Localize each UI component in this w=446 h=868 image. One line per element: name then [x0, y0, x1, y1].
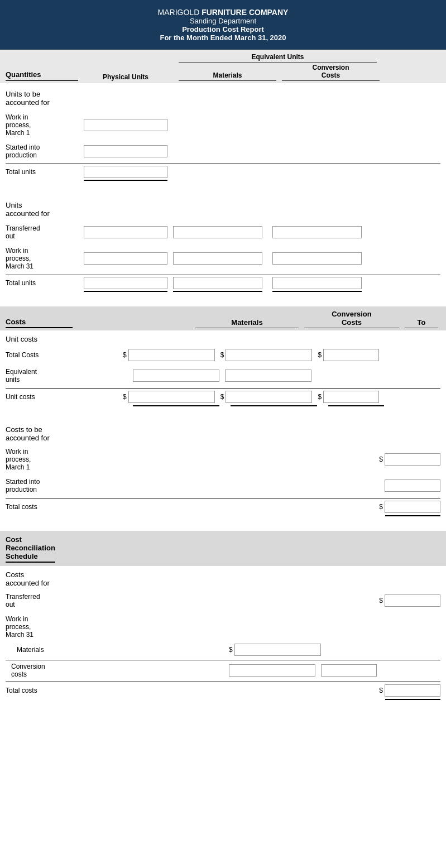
reconciliation-data-section: Costs accounted for Transferred out $ Wo… [0, 566, 446, 706]
total-costs-conv-input[interactable] [226, 349, 312, 361]
costs-to-be-label: Costs to be accounted for [6, 421, 440, 444]
recon-total-costs-row: Total costs $ [6, 682, 440, 699]
recon-conversion-mat-cell [229, 664, 315, 677]
transferred-out-label: Transferred out [6, 224, 73, 240]
costs-started-total-input[interactable] [385, 479, 440, 492]
col-costs-conversion: Conversion Costs [304, 310, 399, 328]
wip-march31-row: Work in process, March 31 [6, 243, 440, 274]
costs-wip-march1-total-input[interactable] [385, 453, 440, 466]
unit-costs-total-cell: $ [318, 391, 379, 403]
unit-costs-conv-input[interactable] [226, 391, 312, 403]
recon-materials-mat-input[interactable] [234, 644, 321, 656]
recon-materials-label: Materials [6, 646, 117, 654]
recon-transferred-label: Transferred out [6, 593, 379, 608]
total-units-row1: Total units [6, 164, 440, 180]
recon-materials-mat-cell: $ [229, 644, 321, 656]
unit-costs-conv-cell: $ [220, 391, 313, 403]
dollar-total: $ [318, 351, 322, 359]
recon-wip-march31-label: Work in process, March 31 [6, 612, 440, 641]
total-costs-label: Total Costs [6, 351, 106, 359]
costs-total-total-cell: $ [379, 501, 440, 513]
started-production-row: Started into production [6, 140, 440, 162]
wip-march1-phys-input[interactable] [84, 119, 167, 131]
recon-transferred-row: Transferred out $ [6, 589, 440, 612]
col-conversion-header: Conversion Costs [282, 64, 380, 81]
costs-total-label: Total costs [6, 503, 379, 511]
transferred-out-phys-cell [84, 226, 167, 238]
costs-wip-march1-row: Work in process, March 1 $ [6, 444, 440, 474]
started-production-phys-input[interactable] [84, 145, 167, 157]
costs-total-row: Total costs $ [6, 498, 440, 515]
wip-march31-phys-cell [84, 252, 167, 265]
recon-total-costs-total-input[interactable] [385, 684, 440, 697]
col-materials-header: Materials [179, 71, 276, 81]
transferred-out-phys-input[interactable] [84, 226, 167, 238]
col-costs-total: To [405, 318, 438, 328]
costs-started-total-cell [385, 479, 440, 492]
report-header: MARIGOLD FURNITURE COMPANY Sanding Depar… [0, 0, 446, 50]
recon-conversion-total-input[interactable] [321, 664, 377, 677]
dollar-mat: $ [123, 351, 127, 359]
costs-total-total-input[interactable] [385, 501, 440, 513]
total-units1-phys-input[interactable] [84, 166, 167, 178]
started-production-phys-cell [84, 145, 167, 157]
wip-march31-mat-cell [173, 252, 262, 265]
total-units1-label: Total units [6, 168, 73, 176]
recon-conversion-mat-input[interactable] [229, 664, 315, 677]
unit-costs-row: Unit costs $ $ $ [6, 388, 440, 405]
units-to-be-label: Units to be accounted for [6, 83, 440, 110]
unit-costs-total-input[interactable] [323, 391, 379, 403]
started-production-label: Started into production [6, 143, 73, 159]
equiv-units-conv-input[interactable] [225, 370, 311, 382]
equiv-units-cost-label: Equivalent units [6, 368, 106, 383]
col-costs-materials: Materials [195, 318, 299, 328]
equivalent-units-label: Equivalent Units [179, 53, 377, 63]
transferred-out-row: Transferred out [6, 221, 440, 243]
department-name: Sanding Department [6, 17, 440, 25]
wip-march31-conv-cell [272, 252, 362, 265]
equiv-units-mat-input[interactable] [133, 370, 219, 382]
equiv-units-row: Equivalent units [6, 365, 440, 387]
total-units2-phys-cell [84, 277, 167, 289]
quantities-data-section: Units to be accounted for Work in proces… [0, 83, 446, 295]
costs-wip-march1-label: Work in process, March 1 [6, 448, 379, 471]
wip-march31-phys-input[interactable] [84, 252, 167, 265]
unit-costs-mat-cell: $ [123, 391, 215, 403]
total-units2-phys-input[interactable] [84, 277, 167, 289]
col-costs: Costs [6, 318, 73, 328]
wip-march31-conv-input[interactable] [272, 252, 362, 265]
total-units2-mat-cell [173, 277, 262, 289]
total-costs-total-input[interactable] [323, 349, 379, 361]
unit-costs-double-underline [6, 405, 440, 410]
recon-transferred-total-input[interactable] [385, 594, 440, 607]
recon-transferred-total-cell: $ [379, 594, 440, 607]
total-units2-double-underline [6, 291, 440, 295]
total-units2-conv-input[interactable] [272, 277, 362, 289]
unit-costs-row-label: Unit costs [6, 393, 106, 401]
total-units2-conv-cell [272, 277, 362, 289]
total-units2-label: Total units [6, 279, 73, 287]
transferred-out-conv-input[interactable] [272, 226, 362, 238]
wip-march1-label: Work in process, March 1 [6, 113, 73, 137]
total-units2-mat-input[interactable] [173, 277, 262, 289]
transferred-out-mat-input[interactable] [173, 226, 262, 238]
wip-march31-mat-input[interactable] [173, 252, 262, 265]
units-accounted-label: Units accounted for [6, 194, 440, 221]
total-costs-mat-input[interactable] [128, 349, 215, 361]
costs-started-row: Started into production [6, 474, 440, 497]
costs-wip-march1-total-cell: $ [379, 453, 440, 466]
total-units-row2: Total units [6, 275, 440, 291]
costs-total-double-underline [6, 515, 440, 520]
equiv-units-mat-cell [133, 370, 219, 382]
equiv-units-conv-cell [225, 370, 311, 382]
col-quantities: Quantities [6, 70, 78, 81]
wip-march1-row: Work in process, March 1 [6, 110, 440, 140]
recon-costs-accounted-label: Costs accounted for [6, 566, 440, 589]
report-type: Production Cost Report [6, 25, 440, 33]
wip-march31-label: Work in process, March 31 [6, 247, 73, 270]
unit-costs-group-label: Unit costs [6, 330, 440, 346]
recon-total-costs-total-cell: $ [379, 684, 440, 697]
reconciliation-header: Cost Reconciliation Schedule [0, 531, 446, 566]
total-units1-phys-cell [84, 166, 167, 178]
unit-costs-mat-input[interactable] [128, 391, 215, 403]
